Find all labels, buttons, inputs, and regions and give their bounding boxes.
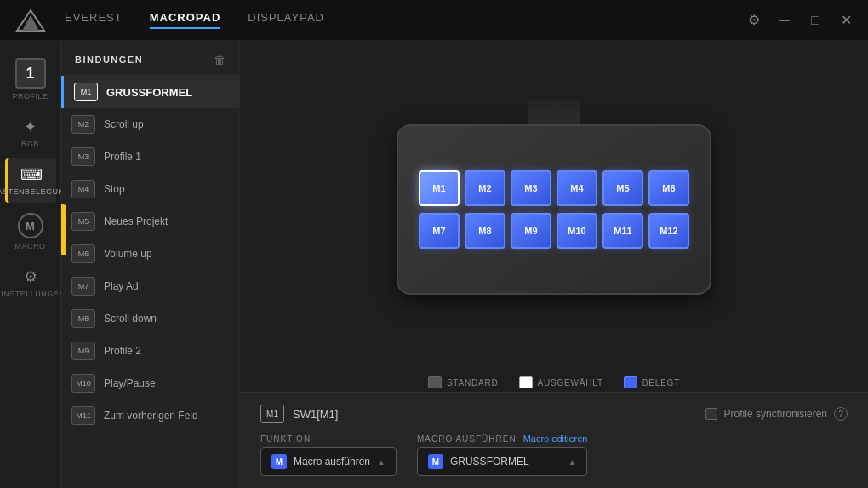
config-title-row: M1 SW1[M1]	[260, 405, 338, 423]
binding-item-m11[interactable]: M11 Zum vorherigen Feld	[61, 399, 239, 432]
legend-ausgewaehlt: AUSGEWÄHLT	[519, 376, 603, 388]
device-key-m7[interactable]: M7	[419, 213, 460, 249]
binding-item-m4[interactable]: M4 Stop	[61, 173, 239, 205]
macro-value: GRUSSFORMEL	[450, 456, 529, 468]
funktion-m-icon: M	[271, 454, 287, 469]
binding-name-m9: Profile 2	[104, 345, 141, 357]
tastenbelegung-label: TASTENBELEGUNG	[0, 187, 71, 196]
device-key-m12[interactable]: M12	[648, 213, 689, 249]
key-badge-m8: M8	[71, 309, 95, 328]
legend-standard: STANDARD	[428, 376, 499, 388]
device-key-m1[interactable]: M1	[419, 170, 460, 206]
sidebar-item-rgb[interactable]: ✦ RGB	[5, 111, 56, 155]
binding-name-m10: Play/Pause	[104, 377, 156, 389]
main-layout: 1 PROFILE ✦ RGB ⌨ TASTENBELEGUNG M MACRO…	[0, 41, 868, 488]
keyboard-icon: ⌨	[20, 165, 43, 184]
binding-name-m1: GRUSSFORMEL	[106, 86, 192, 99]
legend-box-standard	[428, 376, 442, 388]
binding-list: M1 GRUSSFORMEL M2 Scroll up M3 Profile 1…	[61, 76, 239, 488]
minimize-icon[interactable]: ─	[776, 13, 793, 28]
binding-item-m6[interactable]: M6 Volume up	[61, 238, 239, 270]
title-nav: EVEREST MACROPAD DISPLAYPAD	[65, 11, 745, 29]
macro-dropdown[interactable]: M GRUSSFORMEL ▲	[417, 447, 588, 476]
funktion-arrow-icon: ▲	[377, 457, 385, 467]
key-badge-m1: M1	[74, 83, 98, 101]
macro-label-row: MACRO AUSFÜHREN Macro editieren	[417, 433, 588, 444]
macro-arrow-icon: ▲	[568, 457, 577, 467]
nav-displaypad[interactable]: DISPLAYPAD	[248, 11, 324, 29]
key-row-top: M1 M2 M3 M4 M5 M6	[419, 170, 689, 206]
nav-everest[interactable]: EVEREST	[65, 11, 123, 29]
sidebar-item-einstellungen[interactable]: ⚙ EINSTELLUNGEN	[5, 261, 56, 305]
device-key-m10[interactable]: M10	[557, 213, 597, 249]
device-key-m11[interactable]: M11	[602, 213, 643, 249]
config-area: M1 SW1[M1] Profile synchronisieren ? FUN…	[240, 392, 868, 488]
legend-label-standard: STANDARD	[447, 378, 499, 388]
main-content: M1 M2 M3 M4 M5 M6 M7 M8 M9 M10 M11 M12	[240, 41, 868, 488]
window-controls: ⚙ ─ □ ✕	[745, 12, 854, 28]
settings-icon[interactable]: ⚙	[745, 12, 762, 28]
maximize-icon[interactable]: □	[807, 13, 824, 28]
binding-name-m11: Zum vorherigen Feld	[104, 410, 198, 422]
legend-label-belegt: BELEGT	[642, 378, 680, 388]
binding-item-m2[interactable]: M2 Scroll up	[61, 108, 239, 141]
binding-item-m8[interactable]: M8 Scroll down	[61, 302, 239, 335]
key-badge-m6: M6	[71, 244, 95, 263]
binding-item-m5[interactable]: M5 Neues Projekt	[61, 205, 239, 238]
title-bar: EVEREST MACROPAD DISPLAYPAD ⚙ ─ □ ✕	[0, 0, 868, 41]
binding-item-m7[interactable]: M7 Play Ad	[61, 270, 239, 302]
help-icon[interactable]: ?	[834, 407, 848, 421]
sidebar: 1 PROFILE ✦ RGB ⌨ TASTENBELEGUNG M MACRO…	[0, 41, 61, 488]
device-key-m5[interactable]: M5	[602, 170, 643, 206]
binding-item-m3[interactable]: M3 Profile 1	[61, 141, 239, 173]
device-key-m3[interactable]: M3	[511, 170, 551, 206]
binding-name-m7: Play Ad	[104, 280, 139, 292]
sidebar-item-tastenbelegung[interactable]: ⌨ TASTENBELEGUNG	[5, 158, 56, 203]
key-badge-m10: M10	[71, 374, 95, 393]
macro-edit-link[interactable]: Macro editieren	[523, 433, 588, 444]
einstellungen-label: EINSTELLUNGEN	[0, 290, 65, 298]
macro-icon: M	[18, 213, 43, 238]
key-badge-m7: M7	[71, 277, 95, 296]
binding-name-m6: Volume up	[104, 248, 152, 260]
device-key-m4[interactable]: M4	[557, 170, 597, 206]
binding-item-m1[interactable]: M1 GRUSSFORMEL	[61, 76, 239, 108]
funktion-label: FUNKTION	[260, 434, 397, 444]
nav-macropad[interactable]: MACROPAD	[150, 11, 221, 29]
device-wrapper: M1 M2 M3 M4 M5 M6 M7 M8 M9 M10 M11 M12	[397, 124, 711, 295]
binding-item-m9[interactable]: M9 Profile 2	[61, 335, 239, 367]
funktion-value: Macro ausführen	[294, 456, 370, 468]
sync-checkbox[interactable]	[705, 408, 717, 420]
binding-name-m4: Stop	[104, 183, 125, 195]
legend-label-ausgewaehlt: AUSGEWÄHLT	[538, 378, 603, 388]
sync-row: Profile synchronisieren ?	[705, 407, 848, 421]
device-key-m9[interactable]: M9	[511, 213, 551, 249]
sidebar-item-macro[interactable]: M MACRO	[5, 206, 56, 257]
rgb-label: RGB	[21, 140, 39, 148]
bindings-header: BINDUNGEN 🗑	[61, 41, 239, 76]
bindings-title: BINDUNGEN	[75, 55, 143, 65]
device-key-m2[interactable]: M2	[465, 170, 505, 206]
delete-binding-icon[interactable]: 🗑	[214, 53, 226, 66]
legend-belegt: BELEGT	[624, 376, 680, 388]
funktion-dropdown[interactable]: M Macro ausführen ▲	[260, 447, 397, 476]
key-badge-m9: M9	[71, 342, 95, 360]
macro-label: MACRO AUSFÜHREN	[417, 434, 517, 444]
close-icon[interactable]: ✕	[837, 12, 854, 28]
config-header: M1 SW1[M1] Profile synchronisieren ?	[260, 405, 848, 423]
key-badge-m5: M5	[71, 212, 95, 231]
active-tab-accent	[61, 204, 66, 255]
device-key-m6[interactable]: M6	[648, 170, 689, 206]
sidebar-item-profile[interactable]: 1 PROFILE	[5, 51, 56, 107]
legend: STANDARD AUSGEWÄHLT BELEGT	[240, 370, 868, 392]
device-key-m8[interactable]: M8	[465, 213, 505, 249]
bindings-panel: BINDUNGEN 🗑 M1 GRUSSFORMEL M2 Scroll up …	[61, 41, 240, 488]
rgb-icon: ✦	[24, 118, 37, 136]
binding-name-m3: Profile 1	[104, 151, 141, 163]
sync-label: Profile synchronisieren	[724, 408, 827, 420]
config-key-badge: M1	[260, 405, 284, 423]
device-body: M1 M2 M3 M4 M5 M6 M7 M8 M9 M10 M11 M12	[397, 124, 711, 295]
config-fields: FUNKTION M Macro ausführen ▲ MACRO AUSFÜ…	[260, 433, 848, 476]
binding-name-m2: Scroll up	[104, 118, 144, 130]
binding-item-m10[interactable]: M10 Play/Pause	[61, 367, 239, 399]
